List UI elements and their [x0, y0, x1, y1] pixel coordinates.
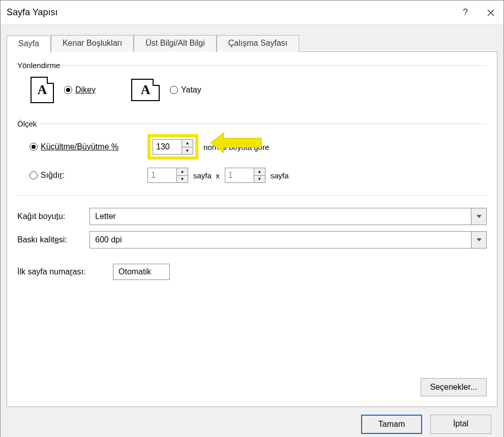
ok-button[interactable]: Tamam	[361, 415, 422, 434]
spinner-up-button[interactable]: ▲	[182, 140, 193, 147]
chevron-down-icon	[477, 215, 482, 218]
fit-wide-spinner[interactable]: ▲ ▼	[147, 168, 188, 183]
adjust-percent-spinner[interactable]: ▲ ▼	[153, 139, 193, 154]
scaling-fit-label: Sığdır:	[41, 171, 65, 180]
scaling-adjust-suffix: normal boyuta göre	[203, 143, 269, 151]
fit-suffix: sayfa	[271, 171, 289, 180]
print-quality-label: Baskı kalitesi:	[17, 235, 84, 244]
spinner-up-button[interactable]: ▲	[177, 168, 188, 176]
paper-size-value: Letter	[90, 208, 471, 225]
tab-margins[interactable]: Kenar Boşlukları	[51, 35, 134, 52]
landscape-page-icon: A	[131, 79, 160, 101]
spinner-up-button[interactable]: ▲	[254, 168, 265, 176]
paper-size-label: Kağıt boyutu:	[17, 212, 84, 221]
dialog-body: Sayfa Kenar Boşlukları Üst Bilgi/Alt Bil…	[1, 25, 503, 437]
tab-page[interactable]: Sayfa	[7, 36, 51, 52]
orientation-options: A Dikey A Yatay	[17, 73, 487, 112]
fit-wide-input[interactable]	[148, 168, 176, 182]
options-row: Seçenekler...	[421, 378, 487, 396]
dialog-actions: Tamam İptal	[7, 408, 497, 437]
orientation-portrait-label: Dikey	[75, 85, 96, 95]
scaling-fit-radio[interactable]: Sığdır:	[29, 171, 65, 180]
dialog-title: Sayfa Yapısı	[7, 7, 453, 18]
first-page-no-label: İlk sayfa numarası:	[17, 267, 108, 276]
chevron-down-icon	[477, 238, 482, 241]
portrait-page-icon: A	[31, 77, 54, 103]
titlebar: Sayfa Yapısı ?	[1, 1, 503, 25]
scaling-adjust-row: Küçültme/Büyütme % ▲ ▼ normal boyuta gör…	[17, 131, 487, 163]
print-quality-combo[interactable]: 600 dpi	[90, 231, 487, 248]
fit-tall-spinner[interactable]: ▲ ▼	[225, 168, 265, 183]
scaling-heading-label: Ölçek	[17, 119, 37, 128]
spinner-down-button[interactable]: ▼	[177, 176, 188, 183]
spinner-down-button[interactable]: ▼	[182, 147, 193, 154]
radio-dot-icon	[29, 143, 38, 151]
cancel-button[interactable]: İptal	[430, 415, 491, 434]
scaling-adjust-label: Küçültme/Büyütme %	[41, 142, 118, 151]
orientation-heading: Yönlendirme	[17, 61, 487, 70]
first-page-no-row: İlk sayfa numarası:	[17, 261, 487, 283]
tab-header-footer[interactable]: Üst Bilgi/Alt Bilgi	[134, 35, 216, 52]
radio-dot-icon	[64, 86, 72, 94]
divider-line	[63, 65, 487, 66]
orientation-landscape-label: Yatay	[181, 85, 201, 95]
fit-tall-input[interactable]	[225, 168, 254, 182]
orientation-heading-label: Yönlendirme	[17, 61, 60, 70]
tab-strip: Sayfa Kenar Boşlukları Üst Bilgi/Alt Bil…	[7, 35, 497, 52]
scaling-heading: Ölçek	[17, 119, 487, 128]
print-quality-row: Baskı kalitesi: 600 dpi	[17, 228, 487, 252]
radio-dot-icon	[170, 86, 178, 94]
highlight-callout: ▲ ▼	[147, 134, 198, 160]
radio-dot-icon	[29, 171, 38, 179]
first-page-no-input[interactable]	[113, 264, 170, 280]
close-button[interactable]	[478, 1, 503, 25]
paper-size-dropdown-button[interactable]	[471, 208, 486, 225]
tab-sheet[interactable]: Çalışma Sayfası	[217, 35, 299, 52]
orientation-portrait-radio[interactable]: Dikey	[64, 85, 96, 95]
adjust-percent-input[interactable]	[153, 140, 182, 154]
close-icon	[487, 9, 494, 16]
spinner-down-button[interactable]: ▼	[254, 176, 265, 183]
divider-line	[40, 123, 487, 124]
divider-line	[17, 195, 487, 196]
fit-mid-word: sayfa x	[193, 171, 220, 180]
scaling-fit-row: Sığdır: ▲ ▼ sayfa x ▲	[17, 165, 487, 186]
page-setup-dialog: Sayfa Yapısı ? Sayfa Kenar Boşlukları Üs…	[0, 0, 504, 437]
paper-size-row: Kağıt boyutu: Letter	[17, 205, 487, 228]
scaling-adjust-radio[interactable]: Küçültme/Büyütme %	[29, 142, 118, 151]
tab-panel-page: Yönlendirme A Dikey A Yatay	[7, 51, 497, 407]
print-quality-value: 600 dpi	[90, 232, 471, 248]
print-quality-dropdown-button[interactable]	[471, 232, 486, 248]
options-button[interactable]: Seçenekler...	[421, 378, 487, 396]
help-button[interactable]: ?	[453, 1, 478, 25]
orientation-landscape-radio[interactable]: Yatay	[170, 85, 201, 95]
paper-size-combo[interactable]: Letter	[90, 208, 487, 225]
